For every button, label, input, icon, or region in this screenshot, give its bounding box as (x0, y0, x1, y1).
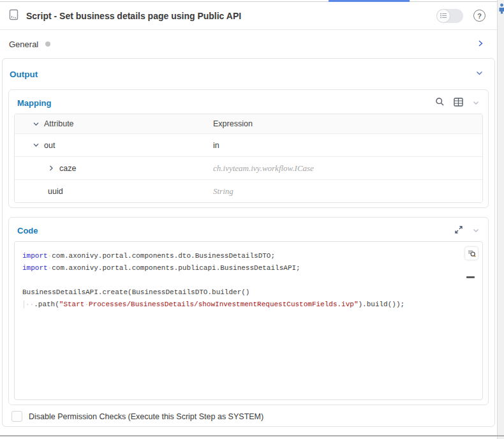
code-line: import·com.axonivy.portal.components.dto… (22, 250, 463, 262)
mapping-header[interactable]: Mapping (9, 90, 488, 114)
title-bar: Script - Set business details page using… (0, 2, 497, 30)
attribute-name: uuid (48, 187, 63, 196)
table-row[interactable]: uuidString (15, 179, 482, 202)
script-inscription-editor: Script - Set business details page using… (0, 0, 504, 439)
code-header[interactable]: Code (9, 218, 488, 241)
column-attribute: Attribute (44, 119, 74, 128)
column-expression: Expression (205, 119, 482, 128)
chevron-right-icon[interactable] (48, 165, 59, 172)
view-toggle[interactable] (436, 9, 463, 23)
mapping-rows: outincazech.ivyteam.ivy.workflow.ICaseuu… (15, 133, 482, 202)
output-label: Output (10, 70, 38, 79)
expression-cell[interactable]: in (205, 141, 482, 150)
mapping-table: Attribute Expression outincazech.ivyteam… (14, 114, 483, 203)
disable-permission-checkbox[interactable] (11, 411, 22, 422)
attribute-cell[interactable]: uuid (15, 187, 205, 196)
attribute-cell[interactable]: caze (15, 164, 205, 173)
person-icon[interactable] (499, 3, 504, 17)
list-view-icon (437, 10, 450, 22)
find-icon[interactable] (465, 247, 478, 260)
code-line: ··.path("Start·Processes/BusinessDetails… (22, 299, 463, 311)
side-rail (497, 0, 504, 439)
expression-cell[interactable]: String (205, 186, 482, 197)
page-title: Script - Set business details page using… (26, 11, 436, 21)
code-line: BusinessDetailsAPI.create(BusinessDetail… (22, 286, 463, 299)
chevron-down-icon[interactable] (33, 121, 44, 128)
code-content: import·com.axonivy.portal.components.dto… (22, 250, 463, 311)
table-row[interactable]: cazech.ivyteam.ivy.workflow.ICase (15, 156, 482, 179)
general-label: General (9, 40, 38, 49)
expression-cell[interactable]: ch.ivyteam.ivy.workflow.ICase (205, 163, 482, 174)
code-line: import·com.axonivy.portal.components.pub… (22, 262, 463, 274)
chevron-down-icon[interactable] (475, 68, 484, 80)
mapping-table-header[interactable]: Attribute Expression (15, 114, 482, 133)
permission-row: Disable Permission Checks (Execute this … (3, 405, 494, 422)
chevron-right-icon[interactable] (477, 38, 484, 50)
attribute-name: out (44, 141, 55, 150)
disable-permission-label: Disable Permission Checks (Execute this … (29, 412, 263, 421)
expand-icon[interactable] (454, 225, 463, 237)
general-status-dot (45, 41, 50, 47)
script-step-icon (9, 9, 19, 23)
search-icon[interactable] (435, 97, 445, 109)
chevron-down-icon[interactable] (472, 98, 480, 109)
code-section: Code import·com.axonivy.portal.component… (8, 217, 489, 405)
code-label: Code (17, 226, 38, 235)
section-output: Output Mapping (2, 58, 495, 427)
chevron-down-icon[interactable] (33, 142, 44, 149)
bottom-divider (0, 435, 504, 436)
help-icon[interactable]: ? (473, 10, 485, 22)
code-fold-icon[interactable] (466, 276, 475, 278)
attribute-cell[interactable]: out (15, 141, 205, 150)
mapping-label: Mapping (17, 98, 51, 108)
table-row[interactable]: outin (15, 133, 482, 156)
section-general[interactable]: General (0, 30, 497, 58)
chevron-down-icon[interactable] (472, 225, 480, 237)
mapping-section: Mapping (8, 89, 489, 208)
attribute-name: caze (59, 164, 76, 173)
code-editor[interactable]: import·com.axonivy.portal.components.dto… (14, 241, 483, 400)
code-line (22, 274, 463, 286)
output-header[interactable]: Output (3, 59, 494, 89)
table-grid-icon[interactable] (454, 98, 463, 109)
